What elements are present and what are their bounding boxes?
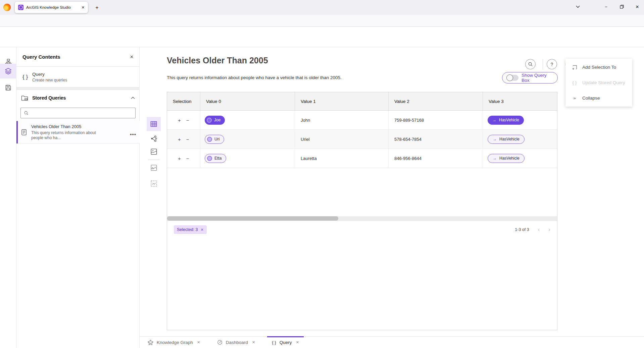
- clear-selection-icon[interactable]: ✕: [201, 228, 204, 232]
- add-selection-icon: [572, 64, 578, 70]
- value1-cell: Uriel: [295, 130, 389, 149]
- close-tab-icon[interactable]: ✕: [296, 340, 299, 345]
- entity-dot-icon: [207, 118, 212, 123]
- minimize-button[interactable]: −: [599, 0, 613, 13]
- relationship-cell: →HasVehicle: [483, 149, 557, 168]
- add-to-selection-button[interactable]: +: [178, 117, 181, 123]
- column-header[interactable]: Selection: [167, 92, 200, 110]
- content-tab-bar: Knowledge Graph ✕ Dashboard ✕ { } Query …: [140, 336, 644, 348]
- arcgis-favicon-icon: [18, 5, 23, 10]
- selection-cell: +−: [167, 149, 200, 168]
- menu-item-add-selection-to[interactable]: Add Selection To: [565, 59, 632, 75]
- search-button[interactable]: [525, 59, 536, 69]
- selection-map-icon[interactable]: [147, 176, 161, 190]
- browser-tab[interactable]: ArcGIS Knowledge Studio ✕: [15, 2, 88, 13]
- page-title: Vehicles Older Than 2005: [167, 56, 268, 65]
- collapse-icon: »: [572, 96, 578, 101]
- table-row: +−UriUriel578-654-7854→HasVehicle: [167, 130, 557, 149]
- column-header[interactable]: Value 1: [295, 92, 389, 110]
- scrollbar-thumb[interactable]: [167, 216, 338, 221]
- stored-queries-search-input[interactable]: [20, 108, 136, 118]
- query-item-title: Query: [32, 72, 67, 77]
- table-body: +−JoeJohn759-889-57168→HasVehicle+−UriUr…: [167, 111, 557, 168]
- query-create-item[interactable]: { } Query Create new queries: [16, 67, 140, 88]
- table-row: +−JoeJohn759-889-57168→HasVehicle: [167, 111, 557, 130]
- search-icon: [24, 111, 29, 115]
- folder-icon: [21, 95, 28, 101]
- panel-header: Query Contents ✕: [16, 47, 140, 67]
- value2-cell: 846-956-8644: [389, 149, 483, 168]
- add-to-selection-button[interactable]: +: [178, 156, 181, 161]
- section-gap: [16, 88, 140, 90]
- entity-pill[interactable]: Uri: [205, 135, 224, 144]
- help-button[interactable]: ?: [547, 59, 557, 69]
- remove-from-selection-button[interactable]: −: [186, 136, 189, 142]
- close-tab-icon[interactable]: ✕: [197, 340, 200, 345]
- tab-knowledge-graph[interactable]: Knowledge Graph ✕: [143, 337, 205, 348]
- remove-from-selection-button[interactable]: −: [186, 117, 189, 123]
- show-query-box-toggle[interactable]: Show Query Box: [502, 72, 558, 83]
- layers-icon[interactable]: [0, 64, 16, 78]
- menu-item-collapse[interactable]: » Collapse: [565, 90, 632, 106]
- table-footer: Selected: 3 ✕ 1-3 of 3 ‹ ›: [167, 221, 557, 238]
- header-divider: [543, 59, 543, 69]
- value1-cell: Lauretta: [295, 149, 389, 168]
- selection-cell: +−: [167, 130, 200, 149]
- braces-icon: { }: [272, 340, 276, 345]
- arrow-right-icon: →: [492, 118, 496, 122]
- search-icon: [528, 62, 533, 67]
- close-tab-icon[interactable]: ✕: [252, 340, 255, 345]
- previous-page-icon[interactable]: ‹: [538, 226, 540, 233]
- selected-count-chip[interactable]: Selected: 3 ✕: [174, 225, 207, 234]
- entity-pill[interactable]: Etta: [205, 154, 226, 163]
- app-header: Certification Project ? PL publisher2 la…: [0, 27, 644, 47]
- chevron-up-icon[interactable]: [131, 97, 135, 99]
- braces-icon: { }: [572, 80, 578, 85]
- value2-cell: 759-889-57168: [389, 111, 483, 129]
- document-icon: [21, 129, 27, 135]
- column-header[interactable]: Value 2: [389, 92, 483, 110]
- tab-query[interactable]: { } Query ✕: [267, 337, 304, 348]
- more-options-icon[interactable]: •••: [130, 131, 136, 143]
- column-header[interactable]: Value 3: [483, 92, 557, 110]
- horizontal-scrollbar[interactable]: [167, 216, 557, 221]
- table-actions-menu: Add Selection To { } Update Stored Query…: [565, 59, 632, 107]
- menu-item-update-stored-query[interactable]: { } Update Stored Query: [565, 75, 632, 90]
- relationship-pill[interactable]: →HasVehicle: [488, 116, 524, 125]
- new-tab-button[interactable]: +: [93, 3, 101, 12]
- tab-dashboard[interactable]: Dashboard ✕: [212, 337, 260, 348]
- relationship-pill[interactable]: →HasVehicle: [488, 135, 525, 144]
- image-map-icon[interactable]: [147, 161, 161, 175]
- relationship-pill[interactable]: →HasVehicle: [488, 154, 525, 163]
- stored-queries-header[interactable]: Stored Queries: [16, 90, 140, 106]
- link-chart-icon[interactable]: [147, 131, 161, 146]
- restore-button[interactable]: [615, 0, 629, 13]
- close-panel-icon[interactable]: ✕: [130, 54, 134, 59]
- entity-pill[interactable]: Joe: [205, 116, 225, 125]
- close-window-button[interactable]: ✕: [631, 0, 644, 13]
- column-header[interactable]: Value 0: [200, 92, 295, 110]
- left-icon-rail: »: [0, 47, 16, 348]
- browser-tab-title: ArcGIS Knowledge Studio: [26, 5, 79, 9]
- strip-divider: [148, 160, 159, 160]
- panel-title: Query Contents: [22, 54, 130, 60]
- entity-cell: Joe: [200, 111, 295, 129]
- entity-cell: Etta: [200, 149, 295, 168]
- list-tabs-icon[interactable]: [571, 0, 585, 13]
- value1-cell: John: [295, 111, 389, 129]
- map-view-icon[interactable]: [147, 144, 161, 159]
- table-view-icon[interactable]: [147, 117, 161, 131]
- add-to-selection-button[interactable]: +: [178, 136, 181, 142]
- pagination: 1-3 of 3 ‹ ›: [515, 226, 550, 233]
- braces-icon: { }: [22, 74, 28, 80]
- stored-query-item[interactable]: Vehicles Older Than 2005 This query retu…: [16, 121, 140, 143]
- arrow-right-icon: →: [493, 137, 497, 141]
- firefox-icon[interactable]: [3, 4, 11, 11]
- remove-from-selection-button[interactable]: −: [186, 156, 189, 161]
- next-page-icon[interactable]: ›: [548, 226, 550, 233]
- save-icon[interactable]: [0, 80, 16, 95]
- table-row: +−EttaLauretta846-956-8644→HasVehicle: [167, 149, 557, 168]
- tab-close-icon[interactable]: ✕: [82, 5, 85, 10]
- toggle-knob: [506, 74, 513, 81]
- relationship-cell: →HasVehicle: [483, 130, 557, 149]
